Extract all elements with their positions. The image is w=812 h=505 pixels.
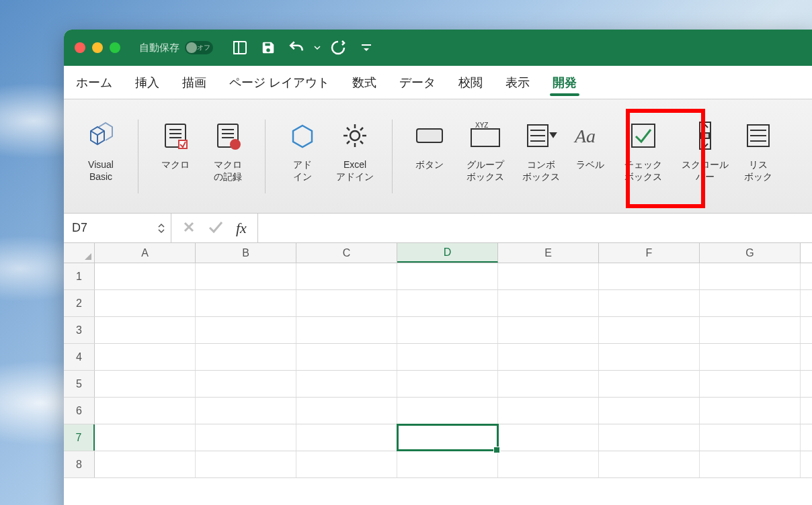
cell[interactable] [196,424,296,451]
record-macro-button[interactable]: マクロ の記録 [203,117,253,183]
col-header[interactable]: E [498,243,599,263]
cell[interactable] [296,371,397,397]
tab-insert[interactable]: 挿入 [132,66,162,99]
cell[interactable] [498,263,599,289]
col-header[interactable]: F [599,243,700,263]
cell[interactable] [296,317,397,343]
listbox-control[interactable]: リス ボック [738,117,778,183]
cell[interactable] [599,344,700,370]
cell[interactable] [599,398,700,424]
cell[interactable] [296,398,397,424]
row-header[interactable]: 6 [64,398,95,424]
cell[interactable] [95,371,196,397]
undo-icon[interactable] [286,37,307,58]
cell[interactable] [95,317,196,343]
cell[interactable] [599,424,700,451]
select-all-corner[interactable] [64,243,95,263]
cell[interactable] [498,371,599,397]
tab-formulas[interactable]: 数式 [350,66,379,99]
combobox-control[interactable]: コンボ ボックス [516,117,566,183]
cell[interactable] [296,290,397,316]
cell[interactable] [397,263,498,289]
cell[interactable] [498,344,599,370]
cell[interactable] [700,344,801,370]
cell[interactable] [296,451,397,477]
name-box-stepper[interactable] [157,223,165,234]
label-control[interactable]: Aa ラベル [569,117,612,171]
confirm-formula-icon[interactable] [208,220,224,236]
button-control[interactable]: ボタン [405,117,454,171]
maximize-icon[interactable] [110,42,120,53]
cell[interactable] [700,424,801,451]
row-header[interactable]: 2 [64,290,95,316]
cell[interactable] [498,398,599,424]
scrollbar-control[interactable]: スクロール バー [675,117,735,183]
cell[interactable] [296,424,397,451]
formula-input[interactable] [257,214,812,242]
cell[interactable] [95,290,196,316]
row-header[interactable]: 4 [64,344,95,370]
cell[interactable] [700,398,801,424]
cell[interactable] [498,451,599,477]
save-icon[interactable] [257,37,279,58]
cell[interactable] [397,451,498,477]
tab-view[interactable]: 表示 [503,66,532,99]
cell[interactable] [196,263,296,289]
cell[interactable] [196,344,296,370]
name-box[interactable]: D7 [64,214,171,242]
toggle-switch[interactable]: オフ [185,41,213,54]
tab-page-layout[interactable]: ページ レイアウト [227,66,332,99]
groupbox-control[interactable]: XYZ グループ ボックス [457,117,514,183]
cell[interactable] [296,263,397,289]
redo-icon[interactable] [327,37,349,58]
cancel-formula-icon[interactable] [182,220,196,236]
close-icon[interactable] [75,42,85,53]
col-header[interactable]: A [95,243,196,263]
row-header[interactable]: 5 [64,371,95,397]
excel-addins-button[interactable]: Excel アドイン [330,117,380,183]
cell[interactable] [700,263,801,289]
cell[interactable] [95,398,196,424]
cell[interactable] [397,344,498,370]
cell[interactable] [296,344,397,370]
cell[interactable] [599,290,700,316]
cell[interactable] [599,317,700,343]
tab-data[interactable]: データ [397,66,438,99]
cell[interactable] [397,398,498,424]
autosave-toggle[interactable]: 自動保存 オフ [139,41,213,54]
cell[interactable] [599,451,700,477]
cell[interactable] [498,424,599,451]
cell[interactable] [95,451,196,477]
cell[interactable] [700,290,801,316]
cell[interactable] [95,344,196,370]
cell[interactable] [498,290,599,316]
cell[interactable] [196,398,296,424]
undo-dropdown[interactable] [314,44,321,51]
cell[interactable] [196,451,296,477]
cell[interactable] [95,263,196,289]
col-header[interactable]: D [397,243,498,263]
cell[interactable] [196,317,296,343]
tab-home[interactable]: ホーム [73,66,115,99]
cell[interactable] [397,290,498,316]
cell[interactable] [397,371,498,397]
cell[interactable] [498,317,599,343]
row-header[interactable]: 1 [64,263,95,289]
home-quick-icon[interactable] [229,37,251,58]
cell[interactable] [700,371,801,397]
cell[interactable] [599,371,700,397]
macros-button[interactable]: マクロ [151,117,200,171]
cell[interactable] [196,290,296,316]
cell[interactable] [95,424,196,451]
col-header[interactable]: G [700,243,801,263]
cell[interactable] [700,451,801,477]
tab-review[interactable]: 校閲 [456,66,485,99]
row-header[interactable]: 8 [64,451,95,477]
cell[interactable] [397,317,498,343]
visual-basic-button[interactable]: Visual Basic [76,117,126,183]
customize-qat-icon[interactable] [356,37,377,58]
cell[interactable] [700,317,801,343]
col-header[interactable]: B [196,243,296,263]
cell[interactable] [196,371,296,397]
addins-button[interactable]: アド イン [278,117,327,183]
